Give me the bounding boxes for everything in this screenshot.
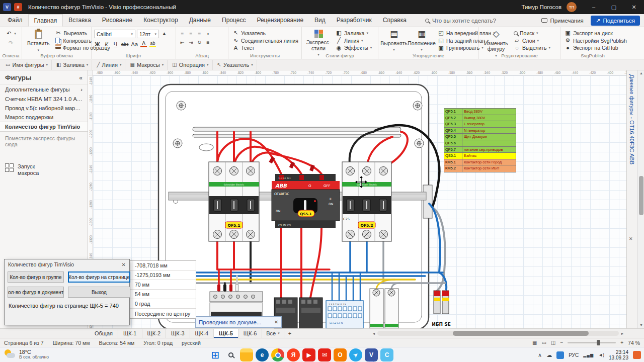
horizontal-ruler[interactable]: -980-960-940-920-900-880-860-840-820-800…: [93, 70, 626, 75]
telegram-icon[interactable]: ➤: [349, 348, 362, 361]
stencil-item[interactable]: Макрос поддержки: [0, 113, 88, 122]
maximize-button[interactable]: ▢: [604, 0, 624, 14]
horizontal-scrollbar[interactable]: ◄ ►: [370, 330, 626, 337]
change-case-button[interactable]: Аа: [131, 41, 138, 47]
effects-button[interactable]: ◉Эффекты▾: [334, 44, 373, 51]
line-button[interactable]: ╱Линия▾: [334, 37, 373, 44]
comments-button[interactable]: Примечания: [541, 18, 583, 24]
document-explorer-window[interactable]: Проводник по докуме... ✕: [195, 316, 282, 328]
zoom-level[interactable]: 74 %: [628, 340, 640, 346]
redo-button[interactable]: ↷: [6, 39, 16, 47]
dialog-close-icon[interactable]: ✕: [122, 262, 126, 267]
find-button[interactable]: Поиск▾: [512, 30, 552, 37]
legend-row[interactable]: QF5.4 N генератор: [444, 128, 516, 134]
yandex-browser-icon[interactable]: Я: [287, 348, 300, 361]
toolbar-item[interactable]: ▭ Имя фигуры ▾: [2, 60, 52, 70]
close-button[interactable]: ✕: [624, 0, 644, 14]
volume-icon[interactable]: ◄): [598, 352, 604, 357]
toolbar-item[interactable]: ↖ Указатель ▾: [214, 60, 257, 70]
legend-row[interactable]: QF5.5 Щит Джакузи: [444, 134, 516, 140]
bold-button[interactable]: Ж: [94, 41, 101, 47]
menu-tab[interactable]: Файл: [2, 14, 28, 27]
hscroll-thumb[interactable]: [453, 331, 589, 336]
scroll-up-icon[interactable]: ▲: [638, 70, 644, 76]
menu-tab[interactable]: Вид: [309, 14, 331, 27]
share-button[interactable]: ↗ Поделиться: [591, 16, 640, 26]
quick-styles-button[interactable]: Экспресс-стили▾: [304, 29, 333, 51]
italic-button[interactable]: К: [103, 41, 110, 47]
minimize-button[interactable]: –: [584, 0, 604, 14]
add-page-button[interactable]: +: [284, 329, 295, 338]
page-tab[interactable]: ЩК-5: [214, 329, 238, 338]
toolbar-item[interactable]: ◫ Операция ▾: [169, 60, 212, 70]
notification-icon[interactable]: [633, 351, 641, 359]
chrome-icon[interactable]: [271, 348, 284, 361]
tell-me-search[interactable]: Что вы хотите сделать?: [425, 18, 496, 24]
menu-tab[interactable]: Данные: [184, 14, 216, 27]
menu-tab[interactable]: Разработчик: [331, 14, 377, 27]
zoom-slider[interactable]: [568, 342, 616, 343]
underline-button[interactable]: Ч: [112, 41, 119, 47]
menu-tab[interactable]: Вставка: [63, 14, 97, 27]
language-indicator[interactable]: РУС: [569, 352, 579, 358]
shape-count-dialog[interactable]: Количество фигур TimVisio ✕ Кол-во фигур…: [4, 259, 130, 325]
grow-font-button[interactable]: ▲: [160, 30, 168, 37]
explorer-icon[interactable]: [240, 348, 253, 361]
dialog-button[interactable]: Кол-во фигур в документе: [8, 287, 64, 298]
app-blue-icon[interactable]: C: [380, 348, 393, 361]
increase-indent-button[interactable]: ⇥: [187, 39, 195, 46]
align-center-button[interactable]: ≡: [187, 30, 195, 37]
font-size-select[interactable]: 12пт▾: [137, 30, 159, 38]
app-orange-icon[interactable]: О: [334, 348, 347, 361]
export-to-github-button[interactable]: ●Экспорт на GitHub: [563, 44, 628, 51]
start-icon[interactable]: ⊞: [209, 348, 222, 361]
more-shapes-button[interactable]: Дополнительные фигуры ›: [0, 84, 88, 95]
explorer-close-icon[interactable]: ✕: [271, 319, 281, 325]
toolbar-item[interactable]: ╱ Линия ▾: [93, 60, 125, 70]
status-angle[interactable]: Угол: 0 град: [143, 340, 173, 346]
select-button[interactable]: ◌Выделить▾: [512, 44, 552, 51]
page-tab[interactable]: ЩК-1: [118, 329, 142, 338]
scroll-right-icon[interactable]: ►: [619, 332, 626, 335]
scroll-left-icon[interactable]: ◄: [370, 332, 377, 335]
status-page[interactable]: Страница 6 из 7: [4, 340, 44, 346]
legend-table[interactable]: QF5.1 Ввод 380V QF5.2 Вывод 380V QF5.3 L…: [444, 108, 516, 172]
stencil-item[interactable]: Провод v.5(с наборной маркировкой): [0, 104, 88, 113]
zoom-out-button[interactable]: −: [560, 340, 563, 345]
export-to-disk-button[interactable]: ▣Экспорт на диск: [563, 30, 628, 37]
menu-tab[interactable]: Процесс: [216, 14, 251, 27]
yandex-mail-icon[interactable]: ✉: [318, 348, 331, 361]
font-color-button[interactable]: А: [140, 41, 147, 47]
view-fit-page-icon[interactable]: ◫: [551, 340, 555, 345]
font-family-select[interactable]: Calibri▾: [94, 30, 135, 38]
status-height[interactable]: Высота: 54 мм: [99, 340, 134, 346]
legend-row[interactable]: КМ5.2 Контактор сети ИБП: [444, 165, 516, 172]
undo-button[interactable]: ↶▾: [4, 30, 18, 37]
fill-button[interactable]: ◧Заливка▾: [334, 30, 373, 37]
menu-tab[interactable]: Рецензирование: [251, 14, 309, 27]
avatar[interactable]: ТП: [567, 2, 577, 12]
dialog-button[interactable]: Выход: [68, 287, 130, 298]
align-shapes-button[interactable]: ▤ Выровнять▾: [381, 29, 407, 51]
decrease-indent-button[interactable]: ⇤: [179, 39, 186, 46]
text-rotate-button[interactable]: ↻: [196, 39, 203, 46]
legend-row[interactable]: QS5.1 Байпас: [444, 153, 516, 159]
page-tab[interactable]: Общая: [90, 329, 118, 338]
page-tab[interactable]: ЩК-4: [190, 329, 214, 338]
align-right-button[interactable]: ≡: [196, 30, 203, 37]
paragraph-spacing-button[interactable]: ≡: [204, 39, 212, 46]
legend-row[interactable]: КМ5.1 Контактор сети Город: [444, 159, 516, 166]
zoom-in-button[interactable]: +: [620, 340, 623, 345]
status-width[interactable]: Ширина: 70 мм: [53, 340, 90, 346]
edge-icon[interactable]: e: [256, 348, 269, 361]
menu-tab[interactable]: Главная: [28, 14, 63, 27]
view-fullscreen-icon[interactable]: ▭: [541, 340, 546, 345]
bullets-button[interactable]: •: [204, 30, 212, 37]
page-tab[interactable]: ЩК-6: [238, 329, 263, 338]
stencil-item[interactable]: Счетчик НЕВА МТ 324 1.0 А OS 26 3ф 5-...: [0, 95, 88, 104]
transfer-switch[interactable]: 1L1 3L2 5L3 ABB O OFF OT40F3C ON ON II: [272, 174, 340, 228]
onedrive-icon[interactable]: ☁: [546, 352, 552, 358]
page-tab[interactable]: ЩК-2: [142, 329, 167, 338]
account-name[interactable]: Тимур Погосов: [521, 4, 561, 10]
align-left-button[interactable]: ≡: [179, 30, 186, 37]
